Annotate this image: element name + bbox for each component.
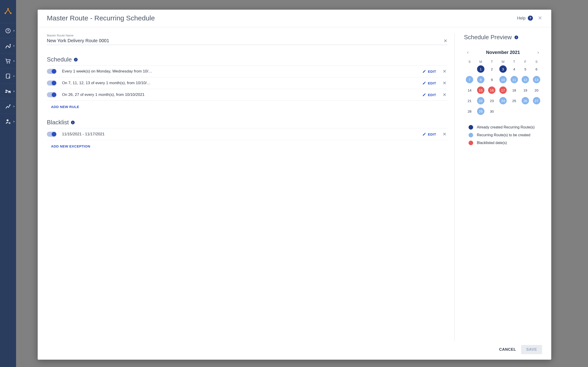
schedule-rule-row: On 26, 27 of every 1 month(s), from 10/1… — [47, 89, 447, 100]
modal-footer: CANCEL SAVE — [38, 341, 551, 360]
cart-icon — [5, 58, 11, 64]
blacklist-section-title: Blacklist i — [47, 119, 447, 126]
calendar-header: ‹ November 2021 › — [464, 49, 542, 56]
delete-rule-icon[interactable]: ✕ — [442, 69, 447, 74]
calendar-day[interactable]: 12 — [520, 75, 531, 84]
calendar-day[interactable]: 10 — [498, 75, 509, 84]
nav-team[interactable] — [0, 83, 16, 99]
rule-toggle[interactable] — [47, 81, 57, 85]
edit-label: EDIT — [428, 93, 436, 97]
rule-text: 11/15/2021 - 11/17/2021 — [62, 132, 417, 136]
add-new-exception-link[interactable]: ADD NEW EXCEPTION — [51, 144, 90, 148]
rule-toggle[interactable] — [47, 132, 57, 137]
calendar-day[interactable]: 23 — [486, 97, 498, 105]
preview-title: Schedule Preview i — [464, 34, 542, 41]
edit-rule-button[interactable]: EDIT — [422, 93, 436, 97]
edit-label: EDIT — [428, 132, 436, 136]
info-icon[interactable]: i — [71, 121, 75, 124]
calendar-day[interactable]: 8 — [475, 75, 486, 84]
calendar-day[interactable]: 6 — [531, 65, 542, 73]
calendar-dow: F — [520, 60, 531, 64]
schedule-rule-row: Every 1 week(s) on Monday, Wednesday fro… — [47, 65, 447, 77]
calendar-day[interactable]: 3 — [498, 65, 509, 73]
calendar-day[interactable]: 18 — [509, 86, 520, 94]
calendar-prev-button[interactable]: ‹ — [465, 49, 470, 56]
nav-analytics[interactable] — [0, 99, 16, 114]
calendar-day[interactable]: 20 — [531, 86, 542, 94]
calendar-day[interactable]: 26 — [520, 97, 531, 105]
cancel-button[interactable]: CANCEL — [499, 347, 516, 352]
delete-rule-icon[interactable]: ✕ — [442, 92, 447, 97]
edit-rule-button[interactable]: EDIT — [422, 81, 436, 85]
calendar-day[interactable]: 30 — [486, 107, 498, 115]
route-name-input[interactable] — [47, 38, 443, 43]
calendar-day[interactable]: 1 — [475, 65, 486, 73]
calendar-day[interactable]: 14 — [464, 86, 475, 94]
team-truck-icon — [5, 88, 11, 94]
chevron-right-icon — [14, 121, 15, 123]
edit-label: EDIT — [428, 81, 436, 85]
legend-black-label: Blacklisted date(s) — [477, 141, 507, 145]
calendar-day[interactable]: 7 — [464, 75, 475, 84]
addressbook-icon — [5, 73, 11, 79]
calendar-day[interactable]: 21 — [464, 97, 475, 105]
save-button[interactable]: SAVE — [521, 345, 542, 354]
help-link[interactable]: Help ? — [517, 16, 533, 21]
close-icon[interactable]: ✕ — [538, 16, 542, 21]
nav-settings[interactable] — [0, 114, 16, 129]
calendar-dow: M — [475, 60, 486, 64]
calendar-day[interactable]: 25 — [509, 97, 520, 105]
calendar-month-label: November 2021 — [486, 50, 520, 55]
app-logo[interactable] — [0, 0, 16, 23]
modal-left-column: Master Route Name ✕ Schedule i Every 1 w… — [47, 34, 455, 341]
schedule-section-title: Schedule i — [47, 56, 447, 63]
schedule-rule-row: On 7, 11, 12, 13 of every 1 month(s), fr… — [47, 77, 447, 89]
edit-rule-button[interactable]: EDIT — [422, 69, 436, 73]
modal-header: Master Route - Recurring Schedule Help ?… — [38, 10, 551, 27]
calendar-day[interactable]: 27 — [531, 97, 542, 105]
svg-point-16 — [7, 119, 9, 121]
calendar-day[interactable]: 4 — [509, 65, 520, 73]
calendar-day — [464, 65, 475, 73]
calendar-day — [531, 107, 542, 115]
calendar-day[interactable]: 5 — [520, 65, 531, 73]
calendar-day[interactable]: 17 — [498, 86, 509, 94]
route-name-label: Master Route Name — [47, 34, 447, 37]
calendar-legend: Already created Recurring Route(s) Recur… — [464, 125, 542, 145]
calendar-day[interactable]: 22 — [475, 97, 486, 105]
info-icon[interactable]: i — [74, 58, 78, 61]
schedule-title-text: Schedule — [47, 56, 72, 63]
add-new-rule-link[interactable]: ADD NEW RULE — [51, 105, 79, 109]
nav-help[interactable] — [0, 23, 16, 38]
nav-routes[interactable] — [0, 38, 16, 53]
swatch-created-icon — [468, 125, 473, 130]
edit-rule-button[interactable]: EDIT — [422, 132, 436, 136]
calendar-day[interactable]: 9 — [486, 75, 498, 84]
chevron-right-icon — [14, 60, 15, 62]
calendar-day[interactable]: 13 — [531, 75, 542, 84]
nav-addressbook[interactable] — [0, 68, 16, 83]
pencil-icon — [422, 132, 426, 136]
calendar-day[interactable]: 11 — [509, 75, 520, 84]
info-icon[interactable]: i — [515, 35, 518, 39]
help-icon: ? — [528, 16, 533, 21]
calendar-day[interactable]: 15 — [475, 86, 486, 94]
calendar-day[interactable]: 29 — [475, 107, 486, 115]
clear-name-icon[interactable]: ✕ — [443, 39, 447, 43]
calendar-day[interactable]: 2 — [486, 65, 498, 73]
rule-toggle[interactable] — [47, 69, 57, 74]
svg-point-6 — [7, 62, 8, 63]
nav-orders[interactable] — [0, 53, 16, 68]
modal-right-column: Schedule Preview i ‹ November 2021 › SMT… — [464, 34, 542, 341]
delete-rule-icon[interactable]: ✕ — [442, 81, 447, 85]
calendar-day — [509, 107, 520, 115]
calendar-day[interactable]: 19 — [520, 86, 531, 94]
calendar-day[interactable]: 16 — [486, 86, 498, 94]
delete-rule-icon[interactable]: ✕ — [442, 132, 447, 136]
calendar-dow: S — [531, 60, 542, 64]
calendar-day[interactable]: 24 — [498, 97, 509, 105]
calendar-next-button[interactable]: › — [536, 49, 541, 56]
rule-toggle[interactable] — [47, 92, 57, 97]
svg-point-10 — [6, 90, 7, 91]
calendar-day[interactable]: 28 — [464, 107, 475, 115]
